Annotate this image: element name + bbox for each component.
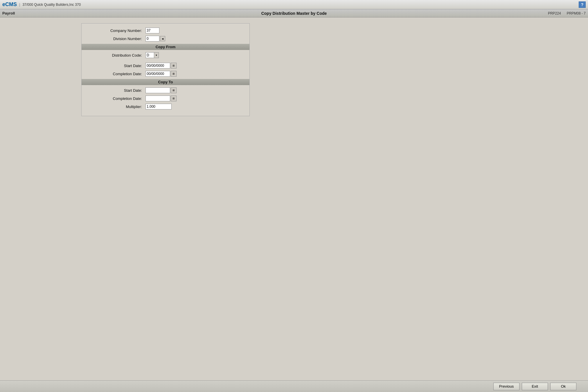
multiplier-row: Multiplier: [87,104,244,109]
copy-from-start-date-input[interactable] [145,63,170,69]
distribution-code-row: Distribution Code: ▼ [87,52,244,58]
multiplier-input[interactable] [145,104,172,109]
menu-bar: Payroll Copy Distribution Master by Code… [0,9,588,17]
previous-button[interactable]: Previous [493,383,519,390]
copy-from-start-date-calendar-icon[interactable]: ⊞ [171,63,177,69]
help-button[interactable]: ? [579,1,586,8]
division-nav-arrow[interactable]: ◄ [160,36,165,41]
top-bar-separator: | [19,2,20,7]
exit-button[interactable]: Exit [522,383,548,390]
copy-from-completion-date-row: Completion Date: ⊞ [87,71,244,77]
copy-to-start-date-input[interactable] [145,87,170,93]
company-number-input[interactable] [145,28,159,33]
page-title: Copy Distribution Master by Code [148,11,440,16]
copy-to-start-date-label: Start Date: [87,88,145,93]
top-bar: eCMS | 37/000 Quick Quality Builders,Inc… [0,0,588,9]
copy-to-start-date-calendar-icon[interactable]: ⊞ [171,87,177,93]
module-name: Payroll [2,11,148,15]
distribution-code-input[interactable] [146,53,154,58]
copy-to-completion-date-input[interactable] [145,96,170,101]
page-codes: PRP224 PRPM08 - 7 [440,11,586,15]
company-info: 37/000 Quick Quality Builders,Inc 370 [22,3,579,7]
copy-from-header: Copy From [82,44,249,50]
bottom-bar: Previous Exit Ok [0,380,588,392]
copy-from-start-date-row: Start Date: ⊞ [87,63,244,69]
copy-to-completion-date-row: Completion Date: ⊞ [87,96,244,101]
copy-to-completion-date-calendar-icon[interactable]: ⊞ [171,96,177,101]
ok-button[interactable]: Ok [550,383,576,390]
distribution-code-label: Distribution Code: [87,53,145,57]
copy-to-header: Copy To [82,79,249,85]
main-content: Company Number: Division Number: ◄ Copy … [0,17,588,122]
page-code-2: PRPM08 - 7 [567,11,586,15]
company-number-row: Company Number: [87,28,244,33]
copy-to-completion-date-label: Completion Date: [87,96,145,101]
copy-from-start-date-label: Start Date: [87,64,145,68]
page-code-1: PRP224 [548,11,561,15]
copy-to-start-date-row: Start Date: ⊞ [87,87,244,93]
copy-from-completion-date-label: Completion Date: [87,72,145,76]
copy-from-completion-date-input[interactable] [145,71,170,77]
division-number-input[interactable] [145,36,159,42]
division-number-label: Division Number: [87,37,145,41]
copy-from-completion-date-calendar-icon[interactable]: ⊞ [171,71,177,77]
company-number-label: Company Number: [87,28,145,33]
distribution-code-dropdown[interactable]: ▼ [145,52,159,58]
form-panel: Company Number: Division Number: ◄ Copy … [81,23,250,116]
division-number-row: Division Number: ◄ [87,36,244,42]
dropdown-arrow-icon[interactable]: ▼ [154,53,159,58]
app-logo: eCMS [2,1,17,8]
multiplier-label: Multiplier: [87,105,145,109]
